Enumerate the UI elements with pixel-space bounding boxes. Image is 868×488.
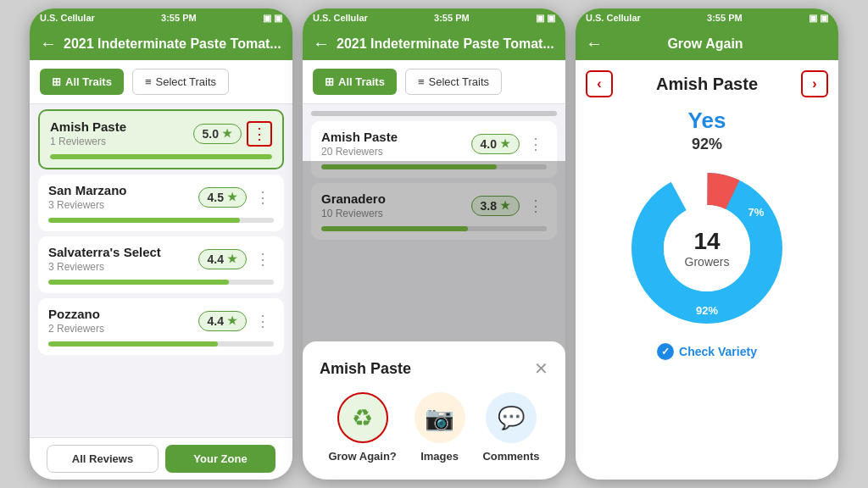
more-options-button[interactable]: ⋮: [252, 310, 274, 332]
popup-close-button[interactable]: ✕: [534, 358, 548, 379]
more-options-button[interactable]: ⋮: [252, 248, 274, 270]
variety-nav: ‹ Amish Paste ›: [586, 70, 828, 97]
grow-header: ← Grow Again: [576, 27, 838, 60]
progress-bar-bg: [48, 280, 274, 285]
select-traits-button-1[interactable]: ≡ Select Traits: [132, 69, 229, 95]
carrier-3: U.S. Cellular: [586, 13, 641, 23]
all-traits-button-2[interactable]: ⊞ All Traits: [313, 69, 397, 95]
yes-pct-label: 92%: [696, 304, 718, 317]
variety-info: Pozzano 2 Reviewers: [48, 307, 104, 335]
check-icon: ✓: [657, 343, 674, 360]
variety-reviewers: 1 Reviewers: [50, 136, 126, 147]
list-item[interactable]: Salvaterra's Select 3 Reviewers 4.4 ★ ⋮: [38, 236, 284, 293]
phone-3: U.S. Cellular 3:55 PM ▣ ▣ ← Grow Again ‹…: [576, 8, 838, 480]
trait-bar-2: ⊞ All Traits ≡ Select Traits: [303, 60, 565, 104]
variety-info: San Marzano 3 Reviewers: [48, 183, 127, 211]
top-bar: [311, 111, 557, 116]
rating-badge: 4.5 ★: [198, 187, 247, 208]
prev-variety-button[interactable]: ‹: [586, 70, 613, 97]
popup-overlay: Amish Paste ✕ ♻ Grow Again? 📷 Images 💬 C…: [303, 161, 565, 480]
popup-actions: ♻ Grow Again? 📷 Images 💬 Comments: [320, 392, 548, 463]
progress-bar-fill: [48, 218, 240, 223]
time-2: 3:55 PM: [434, 13, 470, 23]
comments-action[interactable]: 💬 Comments: [482, 392, 539, 463]
list-item[interactable]: Amish Paste 1 Reviewers 5.0 ★ ⋮: [38, 109, 284, 169]
bottom-tabs-1: All Reviews Your Zone: [30, 437, 292, 480]
variety-rating: 5.0 ★ ⋮: [193, 121, 272, 147]
rating-badge: 4.4 ★: [198, 249, 247, 269]
tab-all-reviews[interactable]: All Reviews: [47, 445, 159, 473]
back-button-3[interactable]: ←: [586, 34, 603, 53]
variety-list-1: Amish Paste 1 Reviewers 5.0 ★ ⋮ San: [30, 104, 292, 437]
progress-bar-bg: [48, 341, 274, 347]
grow-header-title: Grow Again: [667, 36, 743, 52]
check-variety-label: Check Variety: [679, 345, 757, 358]
variety-name: San Marzano: [48, 183, 127, 197]
comments-icon: 💬: [486, 392, 537, 443]
variety-info: Salvaterra's Select 3 Reviewers: [48, 245, 161, 273]
status-bar-2: U.S. Cellular 3:55 PM ▣ ▣: [303, 8, 565, 27]
progress-bar-fill: [48, 280, 229, 285]
filter-icon-1: ≡: [145, 75, 152, 88]
star-icon: ★: [500, 137, 510, 150]
variety-reviewers: 20 Reviewers: [321, 146, 398, 158]
progress-bar-fill: [50, 154, 272, 159]
status-icons-3: ▣ ▣: [809, 13, 828, 24]
variety-name: Salvaterra's Select: [48, 245, 161, 259]
popup-title: Amish Paste: [320, 360, 411, 378]
variety-rating: 4.5 ★ ⋮: [198, 186, 274, 208]
header-1: ← 2021 Indeterminate Paste Tomat...: [30, 27, 292, 60]
phone-1: U.S. Cellular 3:55 PM ▣ ▣ ← 2021 Indeter…: [30, 8, 292, 480]
rating-badge: 4.0 ★: [471, 134, 520, 154]
header-title-1: 2021 Indeterminate Paste Tomat...: [64, 36, 282, 52]
images-icon: 📷: [415, 392, 465, 443]
back-button-2[interactable]: ←: [313, 34, 330, 53]
time-1: 3:55 PM: [161, 13, 197, 23]
tab-your-zone[interactable]: Your Zone: [165, 445, 275, 473]
list-item[interactable]: Pozzano 2 Reviewers 4.4 ★ ⋮: [38, 298, 284, 355]
carrier-1: U.S. Cellular: [40, 13, 95, 23]
back-button-1[interactable]: ←: [40, 34, 57, 53]
grow-again-action[interactable]: ♻ Grow Again?: [328, 392, 396, 463]
variety-name-3: Amish Paste: [656, 75, 758, 94]
progress-bar-fill: [48, 341, 218, 347]
header-title-2: 2021 Indeterminate Paste Tomat...: [337, 36, 555, 52]
grow-answer: Yes: [688, 108, 726, 134]
variety-reviewers: 3 Reviewers: [48, 199, 127, 211]
variety-reviewers: 2 Reviewers: [48, 323, 104, 335]
more-options-button[interactable]: ⋮: [252, 186, 274, 208]
status-bar-3: U.S. Cellular 3:55 PM ▣ ▣: [576, 8, 838, 27]
variety-name: Amish Paste: [321, 130, 398, 144]
images-action[interactable]: 📷 Images: [415, 392, 465, 463]
variety-name: Pozzano: [48, 307, 104, 321]
grow-again-label: Grow Again?: [328, 450, 396, 463]
header-2: ← 2021 Indeterminate Paste Tomat...: [303, 27, 565, 60]
variety-rating: 4.0 ★ ⋮: [471, 133, 547, 155]
popup-header: Amish Paste ✕: [320, 358, 548, 379]
progress-bar-bg: [48, 218, 274, 223]
all-traits-button-1[interactable]: ⊞ All Traits: [40, 69, 124, 95]
donut-label: 14 Growers: [685, 228, 730, 269]
growers-label: Growers: [685, 255, 730, 269]
time-3: 3:55 PM: [707, 13, 743, 23]
progress-bar-bg: [50, 154, 272, 159]
next-variety-button[interactable]: ›: [801, 70, 828, 97]
variety-reviewers: 3 Reviewers: [48, 261, 161, 273]
popup-card: Amish Paste ✕ ♻ Grow Again? 📷 Images 💬 C…: [303, 341, 565, 480]
rating-badge: 4.4 ★: [198, 311, 247, 331]
grow-again-icon: ♻: [337, 392, 388, 443]
star-icon: ★: [222, 127, 232, 140]
more-options-button[interactable]: ⋮: [247, 121, 272, 147]
star-icon: ★: [227, 252, 237, 265]
variety-info: Amish Paste 20 Reviewers: [321, 130, 398, 158]
check-variety-link[interactable]: ✓ Check Variety: [657, 343, 757, 360]
no-pct-label: 7%: [748, 206, 765, 219]
phone-2: U.S. Cellular 3:55 PM ▣ ▣ ← 2021 Indeter…: [303, 8, 565, 480]
images-label: Images: [420, 450, 459, 463]
select-traits-button-2[interactable]: ≡ Select Traits: [405, 69, 502, 95]
star-icon: ★: [227, 314, 237, 327]
carrier-2: U.S. Cellular: [313, 13, 368, 23]
grid-icon-1: ⊞: [52, 75, 61, 88]
more-options-button[interactable]: ⋮: [525, 133, 547, 155]
list-item[interactable]: San Marzano 3 Reviewers 4.5 ★ ⋮: [38, 175, 284, 231]
